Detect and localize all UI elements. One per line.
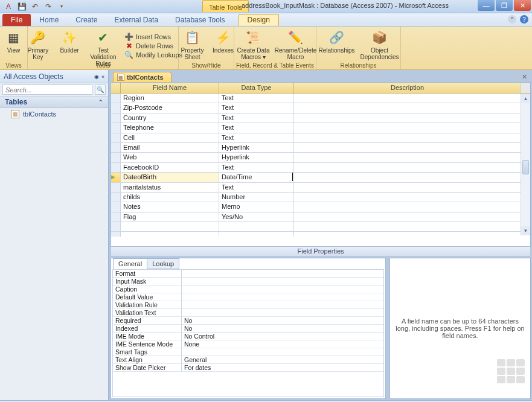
search-input[interactable] bbox=[2, 85, 92, 95]
property-value[interactable] bbox=[182, 309, 383, 316]
property-row[interactable]: IME Sentence ModeNone bbox=[113, 340, 383, 348]
property-value[interactable]: General bbox=[182, 356, 383, 363]
data-type-cell[interactable]: Number bbox=[219, 193, 294, 202]
row-selector[interactable] bbox=[111, 143, 121, 153]
property-value[interactable] bbox=[182, 286, 383, 293]
property-row[interactable]: Format bbox=[113, 270, 383, 278]
description-cell[interactable] bbox=[294, 183, 530, 193]
rename-delete-macro-button[interactable]: ✏️Rename/Delete Macro bbox=[277, 29, 315, 60]
column-header-description[interactable]: Description bbox=[294, 83, 521, 93]
row-selector[interactable] bbox=[111, 123, 121, 133]
document-tab-tblcontacts[interactable]: ▦ tblContacts bbox=[113, 72, 171, 82]
minimize-ribbon-icon[interactable]: ^ bbox=[508, 15, 516, 24]
row-selector[interactable] bbox=[111, 153, 121, 162]
object-dependencies-button[interactable]: 📦Object Dependencies bbox=[361, 29, 399, 60]
field-name-cell[interactable]: maritalstatus bbox=[121, 183, 219, 193]
property-sheet-button[interactable]: 📋Property Sheet bbox=[178, 29, 207, 60]
field-name-cell[interactable]: Email bbox=[121, 143, 219, 153]
description-cell[interactable] bbox=[294, 202, 530, 212]
row-selector[interactable] bbox=[111, 113, 121, 123]
property-value[interactable] bbox=[182, 278, 383, 285]
property-value[interactable] bbox=[182, 348, 383, 356]
property-value[interactable] bbox=[182, 293, 383, 301]
field-name-cell[interactable] bbox=[121, 222, 219, 232]
column-header-datatype[interactable]: Data Type bbox=[219, 83, 294, 93]
description-cell[interactable] bbox=[294, 94, 530, 103]
data-type-cell[interactable]: Text bbox=[219, 94, 294, 103]
field-row[interactable] bbox=[111, 222, 530, 232]
nav-group-tables[interactable]: Tables ⌃ bbox=[0, 97, 108, 108]
row-selector[interactable] bbox=[111, 94, 121, 103]
row-selector[interactable] bbox=[111, 232, 121, 237]
field-row[interactable]: Zip-PostcodeText bbox=[111, 103, 530, 113]
field-name-cell[interactable]: Country bbox=[121, 113, 219, 123]
data-type-cell[interactable] bbox=[219, 232, 294, 237]
field-row[interactable] bbox=[111, 232, 530, 237]
row-selector[interactable] bbox=[111, 222, 121, 232]
field-row[interactable]: FlagYes/No bbox=[111, 212, 530, 222]
data-type-cell[interactable]: Memo bbox=[219, 202, 294, 212]
indexes-button[interactable]: ⚡Indexes bbox=[212, 29, 235, 54]
tab-file[interactable]: File bbox=[2, 14, 31, 26]
field-row[interactable]: EmailHyperlink bbox=[111, 143, 530, 153]
property-value[interactable]: No bbox=[182, 317, 383, 324]
field-name-cell[interactable]: FacebookID bbox=[121, 163, 219, 173]
data-type-cell[interactable]: Date/Time bbox=[219, 173, 294, 182]
property-row[interactable]: Text AlignGeneral bbox=[113, 356, 383, 364]
field-row[interactable]: WebHyperlink bbox=[111, 153, 530, 162]
row-selector[interactable]: ▶ bbox=[111, 173, 121, 182]
field-name-cell[interactable]: Flag bbox=[121, 212, 219, 222]
data-type-cell[interactable]: Yes/No bbox=[219, 212, 294, 222]
delete-rows-button[interactable]: ✖Delete Rows bbox=[125, 42, 182, 50]
field-name-cell[interactable]: Telephone bbox=[121, 123, 219, 133]
property-value[interactable]: No Control bbox=[182, 333, 383, 340]
nav-header[interactable]: All Access Objects ◉ « bbox=[0, 70, 108, 83]
description-cell[interactable] bbox=[294, 143, 530, 153]
field-name-cell[interactable]: Cell bbox=[121, 133, 219, 143]
tab-home[interactable]: Home bbox=[31, 14, 67, 26]
field-row[interactable]: maritalstatusText bbox=[111, 183, 530, 193]
field-row[interactable]: NotesMemo bbox=[111, 202, 530, 212]
description-cell[interactable] bbox=[294, 173, 530, 182]
property-row[interactable]: Smart Tags bbox=[113, 348, 383, 356]
undo-icon[interactable]: ↶ bbox=[30, 2, 40, 11]
description-cell[interactable] bbox=[294, 113, 530, 123]
property-row[interactable]: Validation Text bbox=[113, 309, 383, 317]
data-type-cell[interactable]: Hyperlink bbox=[219, 143, 294, 153]
nav-filter-icon[interactable]: ◉ bbox=[94, 74, 99, 80]
data-type-cell[interactable]: Text bbox=[219, 113, 294, 123]
description-cell[interactable] bbox=[294, 222, 530, 232]
property-value[interactable]: For dates bbox=[182, 364, 383, 371]
field-row[interactable]: CountryText bbox=[111, 113, 530, 123]
data-type-cell[interactable]: Text bbox=[219, 123, 294, 133]
property-row[interactable]: Caption bbox=[113, 286, 383, 293]
collapse-group-icon[interactable]: ⌃ bbox=[98, 99, 103, 105]
test-validation-button[interactable]: ✔Test Validation Rules bbox=[86, 29, 120, 67]
row-selector[interactable] bbox=[111, 183, 121, 193]
search-button[interactable]: 🔍 bbox=[95, 85, 106, 95]
relationships-button[interactable]: 🔗Relationships bbox=[318, 29, 356, 54]
description-cell[interactable] bbox=[294, 163, 530, 173]
minimize-button[interactable]: — bbox=[478, 0, 495, 11]
scroll-up-icon[interactable]: ▲ bbox=[521, 94, 530, 103]
property-row[interactable]: IndexedNo bbox=[113, 325, 383, 333]
primary-key-button[interactable]: 🔑Primary Key bbox=[24, 29, 53, 60]
prop-tab-general[interactable]: General bbox=[113, 258, 147, 269]
row-selector[interactable] bbox=[111, 202, 121, 212]
field-row[interactable]: FacebookIDText bbox=[111, 163, 530, 173]
field-name-cell[interactable]: childs bbox=[121, 193, 219, 202]
field-name-cell[interactable] bbox=[121, 232, 219, 237]
field-row[interactable]: CellText bbox=[111, 133, 530, 143]
nav-item-tblcontacts[interactable]: ▦ tblContacts bbox=[0, 108, 108, 120]
qat-customize-icon[interactable]: ▾ bbox=[57, 2, 66, 11]
row-selector[interactable] bbox=[111, 163, 121, 173]
field-name-cell[interactable]: Region bbox=[121, 94, 219, 103]
property-row[interactable]: Validation Rule bbox=[113, 301, 383, 309]
property-row[interactable]: Input Mask bbox=[113, 278, 383, 286]
description-cell[interactable] bbox=[294, 123, 530, 133]
tab-database-tools[interactable]: Database Tools bbox=[167, 14, 234, 26]
row-selector[interactable] bbox=[111, 133, 121, 143]
close-button[interactable]: ✕ bbox=[514, 0, 531, 11]
field-row[interactable]: childsNumber bbox=[111, 193, 530, 202]
field-row[interactable]: ▶DateofBirthDate/Time bbox=[111, 173, 530, 182]
